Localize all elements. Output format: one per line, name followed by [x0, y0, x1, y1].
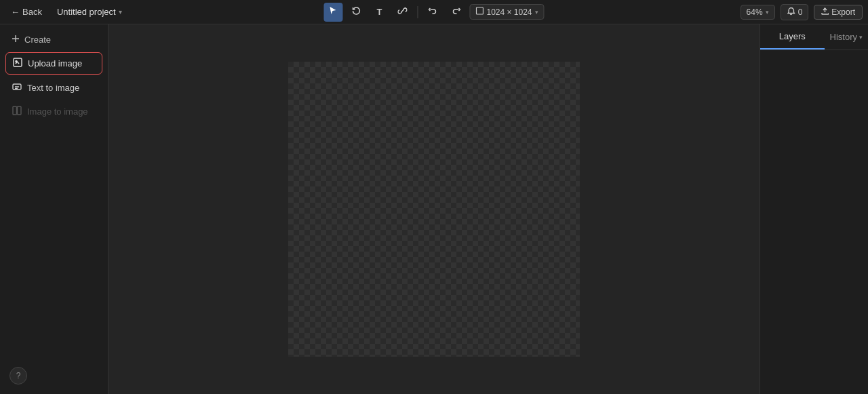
layers-tab-label: Layers [779, 31, 806, 41]
back-label: Back [22, 7, 42, 17]
back-icon: ← [11, 7, 20, 17]
redo-icon [451, 6, 460, 18]
svg-rect-0 [476, 7, 483, 14]
rotate-icon [351, 6, 361, 18]
history-chevron-icon: ▾ [859, 34, 863, 41]
right-panel: Layers History ▾ [760, 24, 868, 394]
canvas-size-icon [475, 7, 484, 17]
help-button[interactable]: ? [9, 367, 27, 385]
toolbar-separator [417, 6, 418, 18]
help-icon: ? [16, 371, 21, 380]
canvas-size-text: 1024 × 1024 [486, 7, 532, 17]
zoom-chevron-icon: ▾ [766, 9, 769, 16]
create-label: Create [24, 35, 51, 45]
text-icon: T [376, 7, 382, 17]
right-panel-tabs: Layers History ▾ [760, 24, 868, 50]
text-tool-button[interactable]: T [370, 3, 389, 22]
redo-button[interactable] [446, 3, 465, 22]
canvas-size-chevron-icon: ▾ [535, 9, 538, 16]
canvas-board [288, 62, 580, 357]
canvas-area[interactable] [108, 24, 760, 394]
tab-history[interactable]: History ▾ [825, 24, 868, 50]
back-button[interactable]: ← Back [5, 4, 47, 20]
topbar-right: 64% ▾ 0 Export [741, 4, 863, 20]
rotate-tool-button[interactable] [347, 3, 366, 22]
sidebar-item-text-to-image[interactable]: Text to image [5, 77, 102, 98]
create-icon [11, 34, 20, 45]
export-label: Export [831, 7, 855, 17]
history-tab-label: History [830, 32, 857, 42]
tab-layers[interactable]: Layers [760, 24, 825, 50]
canvas-size-button[interactable]: 1024 × 1024 ▾ [469, 4, 544, 20]
select-tool-button[interactable] [323, 3, 342, 22]
project-title[interactable]: Untitled project ▾ [53, 4, 126, 20]
topbar-left: ← Back Untitled project ▾ [5, 4, 126, 20]
svg-point-2 [16, 61, 17, 62]
zoom-button[interactable]: 64% ▾ [741, 5, 775, 20]
link-icon [397, 6, 407, 18]
svg-rect-5 [18, 106, 22, 115]
sidebar-item-upload-image[interactable]: Upload image [5, 52, 102, 75]
notification-count: 0 [798, 7, 803, 17]
create-header: Create [5, 30, 102, 50]
text-to-image-label: Text to image [27, 83, 79, 93]
zoom-level-text: 64% [747, 7, 763, 17]
undo-icon [428, 6, 437, 18]
svg-rect-4 [13, 106, 17, 115]
text-to-image-icon [12, 82, 22, 94]
link-tool-button[interactable] [393, 3, 412, 22]
export-button[interactable]: Export [814, 5, 863, 20]
undo-button[interactable] [423, 3, 442, 22]
topbar-center: T [323, 3, 544, 22]
select-icon [328, 6, 338, 18]
notification-button[interactable]: 0 [781, 4, 809, 20]
sidebar-item-image-to-image: Image to image [5, 101, 102, 122]
image-to-image-icon [12, 106, 22, 117]
project-title-chevron-icon: ▾ [119, 8, 122, 16]
export-icon [821, 7, 829, 17]
image-to-image-label: Image to image [27, 106, 88, 117]
left-sidebar: Create Upload image Text to image [0, 24, 108, 394]
topbar: ← Back Untitled project ▾ T [0, 0, 868, 24]
project-title-text: Untitled project [57, 7, 116, 17]
upload-image-label: Upload image [28, 58, 82, 68]
upload-image-icon [13, 58, 22, 69]
notification-icon [787, 7, 795, 18]
main-layout: Create Upload image Text to image [0, 24, 868, 394]
